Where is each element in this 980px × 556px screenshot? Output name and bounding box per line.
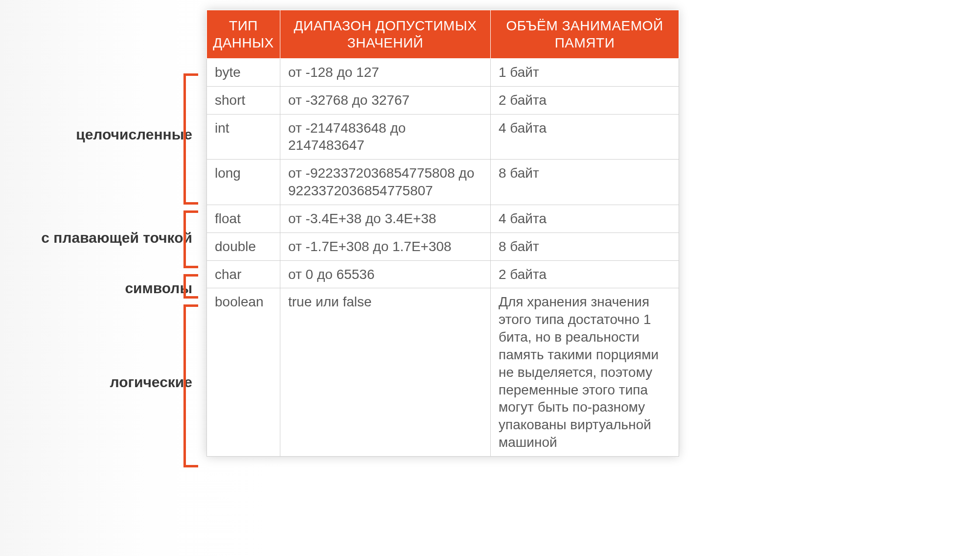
datatypes-table: ТИП ДАННЫХ ДИАПАЗОН ДОПУСТИМЫХ ЗНАЧЕНИЙ … xyxy=(206,10,679,457)
cell-type: long xyxy=(207,160,280,205)
category-label-char: символы xyxy=(125,280,192,297)
table-row: char от 0 до 65536 2 байта xyxy=(207,260,679,288)
table-row: boolean true или false Для хранения знач… xyxy=(207,288,679,456)
cell-memory: 2 байта xyxy=(491,86,679,114)
cell-range: от 0 до 65536 xyxy=(280,260,491,288)
cell-type: int xyxy=(207,114,280,160)
datatypes-table-container: ТИП ДАННЫХ ДИАПАЗОН ДОПУСТИМЫХ ЗНАЧЕНИЙ … xyxy=(206,10,679,457)
cell-memory: Для хранения значения этого типа достато… xyxy=(491,288,679,456)
cell-range: от -9223372036854775808 до 9223372036854… xyxy=(280,160,491,205)
cell-range: от -1.7E+308 до 1.7E+308 xyxy=(280,232,491,260)
cell-range: от -2147483648 до 2147483647 xyxy=(280,114,491,160)
cell-type: boolean xyxy=(207,288,280,456)
header-range: ДИАПАЗОН ДОПУСТИМЫХ ЗНАЧЕНИЙ xyxy=(280,10,491,59)
table-row: short от -32768 до 32767 2 байта xyxy=(207,86,679,114)
cell-type: float xyxy=(207,205,280,232)
cell-memory: 8 байт xyxy=(491,232,679,260)
bracket-bool-icon xyxy=(183,304,198,467)
category-label-integer: целочисленные xyxy=(76,126,192,143)
table-row: int от -2147483648 до 2147483647 4 байта xyxy=(207,114,679,160)
cell-memory: 4 байта xyxy=(491,114,679,160)
cell-range: от -128 до 127 xyxy=(280,59,491,87)
bracket-integer-icon xyxy=(183,73,198,205)
cell-range: от -32768 до 32767 xyxy=(280,86,491,114)
table-header-row: ТИП ДАННЫХ ДИАПАЗОН ДОПУСТИМЫХ ЗНАЧЕНИЙ … xyxy=(207,10,679,59)
cell-memory: 4 байта xyxy=(491,205,679,232)
bracket-char-icon xyxy=(183,274,198,299)
slide: целочисленные с плавающей точкой символы… xyxy=(0,0,980,556)
table-row: float от -3.4E+38 до 3.4E+38 4 байта xyxy=(207,205,679,232)
bracket-float-icon xyxy=(183,210,198,268)
table-row: double от -1.7E+308 до 1.7E+308 8 байт xyxy=(207,232,679,260)
cell-range: от -3.4E+38 до 3.4E+38 xyxy=(280,205,491,232)
cell-memory: 2 байта xyxy=(491,260,679,288)
cell-range: true или false xyxy=(280,288,491,456)
header-memory: ОБЪЁМ ЗАНИМАЕМОЙ ПАМЯТИ xyxy=(491,10,679,59)
cell-memory: 8 байт xyxy=(491,160,679,205)
cell-type: char xyxy=(207,260,280,288)
cell-type: short xyxy=(207,86,280,114)
table-row: byte от -128 до 127 1 байт xyxy=(207,59,679,87)
category-label-bool: логические xyxy=(110,374,192,391)
header-type: ТИП ДАННЫХ xyxy=(207,10,280,59)
cell-type: byte xyxy=(207,59,280,87)
category-label-float: с плавающей точкой xyxy=(41,230,192,246)
cell-type: double xyxy=(207,232,280,260)
table-row: long от -9223372036854775808 до 92233720… xyxy=(207,160,679,205)
cell-memory: 1 байт xyxy=(491,59,679,87)
